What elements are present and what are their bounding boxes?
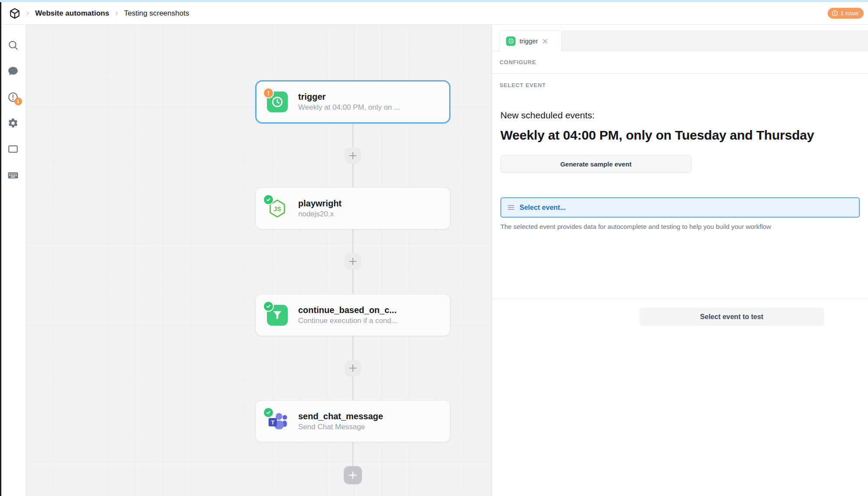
breadcrumb-project[interactable]: Website automations <box>35 9 109 18</box>
success-badge <box>263 407 274 418</box>
chevron-right-icon <box>113 10 120 17</box>
node-title: send_chat_message <box>298 411 383 421</box>
configure-section-header: CONFIGURE <box>492 51 868 74</box>
tabstrip-filler <box>492 30 500 51</box>
node-continue-based-on-condition[interactable]: continue_based_on_c... Continue executio… <box>255 294 450 336</box>
select-event-to-test-button[interactable]: Select event to test <box>639 307 824 326</box>
node-trigger[interactable]: ! trigger Weekly at 04:00 PM, only on ..… <box>255 80 450 124</box>
select-event-label: SELECT EVENT <box>500 82 546 88</box>
node-send-chat-message[interactable]: T send_chat_message Send Chat Message <box>255 400 450 442</box>
alerts-icon[interactable]: 1 <box>7 91 19 103</box>
left-sidebar: 1 <box>0 25 26 496</box>
tabstrip-filler <box>562 30 868 51</box>
success-badge <box>263 194 274 205</box>
add-step-button[interactable] <box>345 360 361 376</box>
alerts-count-badge: 1 <box>14 98 22 105</box>
select-event-helper-text: The selected event provides data for aut… <box>500 223 868 230</box>
close-tab-icon[interactable] <box>542 38 548 44</box>
warning-badge: ! <box>263 88 274 98</box>
chat-icon[interactable] <box>7 65 19 77</box>
config-panel: trigger CONFIGURE SELECT EVENT New sched… <box>492 25 868 496</box>
select-event-dropdown[interactable]: Select event... <box>500 197 860 218</box>
events-heading: New scheduled events: <box>500 110 868 121</box>
panel-tabstrip: trigger <box>492 25 868 51</box>
search-icon[interactable] <box>7 39 19 51</box>
tab-trigger[interactable]: trigger <box>500 30 562 51</box>
window-left-edge <box>0 2 1 496</box>
issues-badge[interactable]: 1 issue <box>828 8 864 19</box>
svg-text:JS: JS <box>273 205 281 212</box>
keyboard-icon[interactable] <box>7 170 19 181</box>
select-event-section-header: SELECT EVENT <box>492 74 868 96</box>
node-subtitle: nodejs20.x <box>298 210 342 219</box>
add-step-button[interactable] <box>345 147 361 164</box>
alert-circle-icon <box>832 10 838 16</box>
breadcrumb: Website automations Testing screenshots <box>9 8 189 19</box>
list-icon <box>507 204 515 211</box>
add-step-button[interactable] <box>345 253 361 270</box>
configure-label: CONFIGURE <box>500 59 536 65</box>
settings-gear-icon[interactable] <box>7 117 19 129</box>
node-title: playwright <box>298 199 342 209</box>
tab-label: trigger <box>519 37 538 45</box>
panel-content: New scheduled events: Weekly at 04:00 PM… <box>492 110 868 230</box>
workflow-canvas[interactable]: ! trigger Weekly at 04:00 PM, only on ..… <box>26 25 492 496</box>
panel-divider <box>492 298 868 299</box>
window-icon[interactable] <box>7 144 19 155</box>
svg-text:T: T <box>271 420 275 426</box>
add-step-end-button[interactable] <box>344 466 362 484</box>
issues-badge-label: 1 issue <box>841 10 858 16</box>
breadcrumb-workflow[interactable]: Testing screenshots <box>124 9 189 18</box>
app-logo-cube-icon[interactable] <box>9 8 20 19</box>
node-playwright[interactable]: JS playwright nodejs20.x <box>255 187 450 229</box>
node-subtitle: Continue execution if a cond... <box>298 317 398 325</box>
node-title: trigger <box>298 92 400 102</box>
generate-sample-event-button[interactable]: Generate sample event <box>500 155 691 173</box>
select-event-value: Select event... <box>519 204 566 212</box>
node-title: continue_based_on_c... <box>298 305 398 315</box>
chevron-right-icon <box>24 10 31 17</box>
node-subtitle: Send Chat Message <box>298 423 383 431</box>
schedule-title: Weekly at 04:00 PM, only on Tuesday and … <box>500 128 868 143</box>
success-badge <box>263 301 274 312</box>
node-subtitle: Weekly at 04:00 PM, only on ... <box>298 103 400 112</box>
header: Website automations Testing screenshots … <box>0 2 868 25</box>
clock-icon <box>506 36 516 46</box>
